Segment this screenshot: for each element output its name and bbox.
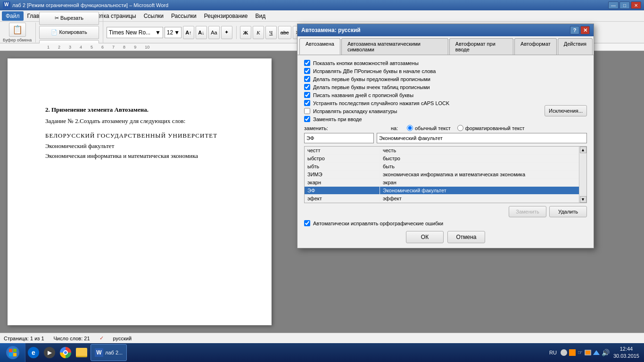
- checkbox-first-sentence-label: Делать первые буквы предложений прописны…: [313, 76, 430, 82]
- cell-to: экономическая информатика и математическ…: [380, 171, 579, 178]
- autocorrect-table: честт честь ыбстро быстро ыбть быть ЗИМЭ…: [305, 147, 579, 203]
- checkbox-auto-correct-input[interactable]: [304, 220, 310, 226]
- table-row[interactable]: честт честь: [305, 147, 579, 155]
- doc-line3: БЕЛОРУССКИЙ ГОСУДАРСТВЕННЫЙ УНИВЕРСИТЕТ: [45, 131, 234, 140]
- time-display: 12:44: [613, 346, 639, 353]
- checkbox-two-capitals-input[interactable]: [304, 68, 310, 74]
- font-size-value: 12: [167, 29, 173, 36]
- menu-references[interactable]: Ссылки: [140, 11, 167, 21]
- copy-button[interactable]: 📄 Копировать: [39, 26, 99, 39]
- taskbar-chrome[interactable]: [59, 346, 72, 359]
- close-button[interactable]: ✕: [631, 1, 641, 9]
- menu-view[interactable]: Вид: [251, 11, 269, 21]
- scroll-track: [580, 153, 586, 196]
- cell-to: быть: [380, 163, 579, 170]
- taskbar-media[interactable]: ▶: [43, 346, 56, 359]
- checkbox-two-capitals-label: Исправлять ДВе ПРописные буквы в начале …: [313, 68, 436, 74]
- checkbox-first-table-input[interactable]: [304, 84, 310, 90]
- language[interactable]: русский: [113, 336, 132, 341]
- font-grow-button[interactable]: A↑: [183, 26, 194, 39]
- checkbox-auto-correct-label: Автоматически исправлять орфографические…: [313, 221, 443, 226]
- ruler-mark: 2: [58, 45, 60, 49]
- doc-line5: Экономическая информатика и математическ…: [45, 151, 234, 161]
- bold-button[interactable]: Ж: [240, 26, 251, 39]
- tab-math-symbols[interactable]: Автозамена математическими символами: [341, 38, 448, 55]
- ok-cancel-row: ОК Отмена: [304, 231, 587, 243]
- dialog-close-button[interactable]: ✕: [580, 26, 590, 34]
- checkbox-capslock-input[interactable]: [304, 100, 310, 106]
- checkbox-replace-label: Заменять при вводе: [313, 116, 362, 122]
- tab-actions[interactable]: Действия: [558, 38, 593, 55]
- clear-format-button[interactable]: ✦: [221, 26, 232, 39]
- network-icon: [593, 350, 600, 355]
- taskbar-explorer[interactable]: [75, 346, 88, 359]
- table-row[interactable]: экарн экран: [305, 179, 579, 187]
- replace-to-input[interactable]: [377, 133, 587, 143]
- italic-button[interactable]: К: [253, 26, 264, 39]
- checkbox-first-sentence-input[interactable]: [304, 76, 310, 82]
- exceptions-button[interactable]: Исключения...: [545, 105, 587, 116]
- cell-to: быстро: [380, 155, 579, 162]
- table-row[interactable]: эфект эффект: [305, 195, 579, 203]
- paste-button[interactable]: 📋: [9, 23, 26, 37]
- scroll-up-button[interactable]: ▲: [580, 147, 586, 153]
- underline-button[interactable]: Ч: [265, 26, 277, 39]
- cancel-button[interactable]: Отмена: [447, 231, 485, 243]
- replace-from-input[interactable]: [304, 133, 374, 143]
- table-row[interactable]: ЗИМЭ экономическая информатика и математ…: [305, 171, 579, 179]
- menu-review[interactable]: Рецензирование: [200, 11, 252, 21]
- radio-plain-text[interactable]: обычный текст: [407, 125, 451, 131]
- strikethrough-button[interactable]: abc: [278, 26, 291, 39]
- title-bar: W лаб 2 [Режим ограниченной функциональн…: [0, 0, 644, 10]
- on-label: на:: [391, 125, 400, 131]
- font-name-value: Times New Ro...: [109, 29, 150, 36]
- tab-autoformat[interactable]: Автоформат: [514, 38, 557, 55]
- tab-autoformat-input[interactable]: Автоформат при вводе: [449, 38, 513, 55]
- table-row[interactable]: ыбстро быстро: [305, 155, 579, 163]
- doc-line1: 2. Применение элемента Автозамена.: [45, 105, 234, 115]
- font-shrink-button[interactable]: A↓: [196, 26, 207, 39]
- checkbox-layout-input[interactable]: [304, 108, 310, 114]
- system-tray: ☞ 🔊: [561, 349, 610, 356]
- replace-button[interactable]: Заменить: [509, 206, 546, 217]
- checkbox-first-table: Делать первые буквы ячеек таблиц прописн…: [304, 84, 587, 90]
- clock: 12:44 30.03.2015: [613, 346, 639, 360]
- taskbar: e ▶ W лаб 2... RU ☞ 🔊 12:44 30.03.2015: [0, 343, 644, 362]
- ok-button[interactable]: ОК: [406, 231, 444, 243]
- ruler-mark: 10: [145, 45, 149, 49]
- menu-file[interactable]: Файл: [2, 11, 24, 21]
- tab-autocorrect[interactable]: Автозамена: [299, 38, 340, 55]
- radio-formatted-text[interactable]: форматированный текст: [457, 125, 525, 131]
- checkbox-days-label: Писать названия дней с прописной буквы: [313, 92, 413, 98]
- dialog-help-button[interactable]: ?: [570, 26, 579, 34]
- delete-button[interactable]: Удалить: [549, 206, 587, 217]
- taskbar-ie[interactable]: e: [27, 346, 40, 359]
- checkbox-days-input[interactable]: [304, 92, 310, 98]
- taskbar-word[interactable]: W лаб 2...: [91, 344, 127, 361]
- table-row[interactable]: ыбть быть: [305, 163, 579, 171]
- doc-line4: Экономический факультет: [45, 141, 234, 151]
- dialog-title-bar: Автозамена: русский ? ✕: [297, 24, 594, 36]
- tray-icon-1: [561, 349, 567, 356]
- font-name-box[interactable]: Times New Ro... ▼: [107, 27, 163, 38]
- menu-mailings[interactable]: Рассылки: [167, 11, 200, 21]
- table-row-selected[interactable]: ЭФ Экономический факультет: [305, 187, 579, 195]
- start-button[interactable]: [0, 343, 25, 362]
- dialog-tabs: Автозамена Автозамена математическими си…: [297, 36, 594, 55]
- table-scrollbar[interactable]: ▲ ▼: [579, 147, 586, 203]
- change-case-button[interactable]: Aа: [208, 26, 220, 39]
- ruler-mark: 4: [80, 45, 82, 49]
- cell-to: эффект: [380, 195, 579, 202]
- font-size-box[interactable]: 12 ▼: [165, 27, 182, 38]
- minimize-button[interactable]: —: [608, 1, 619, 9]
- cell-to: экран: [380, 179, 579, 186]
- window-title: лаб 2 [Режим ограниченной функциональнос…: [12, 2, 168, 8]
- ruler-mark: 3: [69, 45, 71, 49]
- maximize-button[interactable]: □: [619, 1, 630, 9]
- checkbox-show-tips-input[interactable]: [304, 60, 310, 66]
- checkbox-replace-on-input: Заменять при вводе: [304, 116, 587, 122]
- scroll-down-button[interactable]: ▼: [580, 196, 586, 203]
- checkbox-replace-on-input-input[interactable]: [304, 116, 310, 122]
- replace-on-row: заменить: на: обычный текст форматирован…: [304, 125, 587, 131]
- cut-button[interactable]: ✂ Вырезать: [39, 12, 99, 25]
